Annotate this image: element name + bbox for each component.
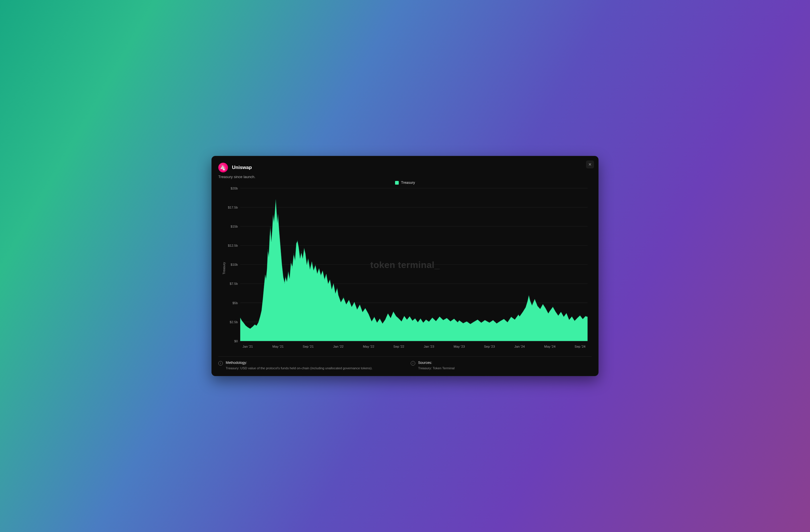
svg-text:Sep '22: Sep '22 <box>393 345 404 348</box>
svg-text:$10b: $10b <box>230 263 238 267</box>
info-icon: i <box>411 361 415 366</box>
close-button[interactable]: ✕ <box>586 161 594 168</box>
svg-text:May '23: May '23 <box>454 345 465 348</box>
svg-text:Jan '23: Jan '23 <box>424 345 434 348</box>
svg-text:Jan '24: Jan '24 <box>514 345 525 348</box>
unicorn-icon: 🦄 <box>220 164 226 171</box>
chart-panel: ✕ 🦄 Uniswap Treasury since launch. Treas… <box>211 156 599 376</box>
svg-text:$15b: $15b <box>230 225 238 228</box>
svg-text:Sep '21: Sep '21 <box>303 345 314 348</box>
panel-subtitle: Treasury since launch. <box>218 175 592 179</box>
panel-header: 🦄 Uniswap <box>218 163 592 172</box>
svg-text:May '24: May '24 <box>544 345 555 348</box>
legend-swatch <box>395 181 399 185</box>
sources-block: i Sources: Treasury: Token Terminal <box>411 361 592 370</box>
close-icon: ✕ <box>588 162 592 167</box>
svg-text:$20b: $20b <box>230 187 238 190</box>
info-icon: i <box>218 361 223 366</box>
svg-text:$17.5b: $17.5b <box>228 206 238 209</box>
y-axis-title: Treasury <box>222 262 226 274</box>
svg-text:Sep '23: Sep '23 <box>484 345 495 348</box>
project-title: Uniswap <box>232 165 252 170</box>
svg-text:$12.5b: $12.5b <box>228 244 238 247</box>
sources-body: Treasury: Token Terminal <box>418 366 455 370</box>
methodology-title: Methodology: <box>226 361 373 365</box>
methodology-body: Treasury: USD value of the protocol's fu… <box>226 366 373 370</box>
svg-text:$7.5b: $7.5b <box>230 282 238 286</box>
project-logo: 🦄 <box>218 163 228 172</box>
svg-text:May '21: May '21 <box>272 345 284 348</box>
treasury-area-chart: $0$2.5b$5b$7.5b$10b$12.5b$15b$17.5b$20bJ… <box>218 185 592 351</box>
sources-title: Sources: <box>418 361 455 365</box>
svg-text:$5b: $5b <box>232 301 238 305</box>
svg-text:$0: $0 <box>234 339 238 343</box>
svg-text:Sep '24: Sep '24 <box>574 345 586 348</box>
svg-text:$2.5b: $2.5b <box>230 320 238 324</box>
panel-footer: i Methodology: Treasury: USD value of th… <box>218 361 592 370</box>
legend-label: Treasury <box>401 181 415 185</box>
methodology-block: i Methodology: Treasury: USD value of th… <box>218 361 399 370</box>
svg-text:Jan '21: Jan '21 <box>242 345 253 348</box>
svg-text:May '22: May '22 <box>363 345 374 348</box>
chart-container: Treasury token terminal_ $0$2.5b$5b$7.5b… <box>218 185 592 351</box>
chart-legend: Treasury <box>218 181 592 185</box>
footer-divider <box>218 356 592 357</box>
svg-text:Jan '22: Jan '22 <box>333 345 344 348</box>
